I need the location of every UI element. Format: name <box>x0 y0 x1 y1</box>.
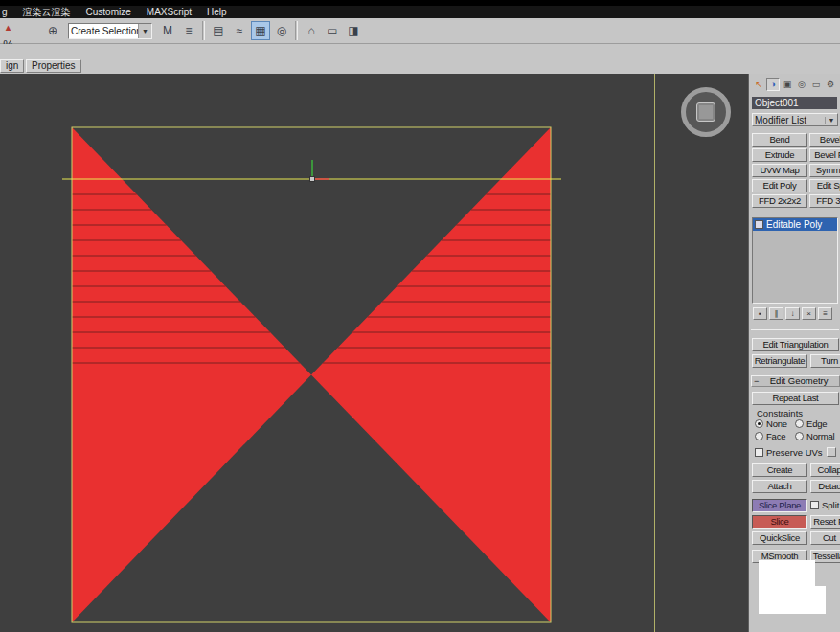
modify-tab-icon[interactable]: ◑ <box>766 78 780 91</box>
slice-button[interactable]: Slice <box>752 515 807 529</box>
combo-dropdown-arrow-icon[interactable]: ▼ <box>138 24 151 38</box>
make-unique-icon[interactable]: ↓ <box>785 307 800 320</box>
cut-button[interactable]: Cut <box>810 531 840 545</box>
radio-dot-icon <box>795 419 804 428</box>
menu-item-partial[interactable]: g <box>2 6 8 18</box>
detach-button[interactable]: Detac <box>810 480 840 493</box>
split-checkbox[interactable]: Split <box>810 499 840 512</box>
attach-button[interactable]: Attach <box>752 480 807 493</box>
constraints-radio-row-1: None Edge <box>755 418 839 429</box>
schematic-view-icon[interactable]: ▦ <box>251 21 270 40</box>
modifier-button-ffd-3x3x3[interactable]: FFD 3x <box>809 194 840 208</box>
dock-strip: ign Properties <box>0 44 840 74</box>
modifier-button-grid: Bend Bevel Extrude Bevel Pr UVW Map Symm… <box>752 133 840 208</box>
modifier-stack-list[interactable]: Editable Poly <box>752 217 838 304</box>
edit-geometry-rollout-header[interactable]: Edit Geometry <box>751 375 840 387</box>
reset-plane-button[interactable]: Reset Pl <box>810 515 840 529</box>
preserve-uvs-checkbox[interactable]: Preserve UVs <box>755 447 823 458</box>
pin-stack-icon[interactable]: ▪ <box>753 307 767 320</box>
menu-item-render-plugin[interactable]: 渲染云渲染 <box>23 6 71 18</box>
utilities-tab-icon[interactable]: ⚙ <box>824 78 837 91</box>
remove-modifier-icon[interactable]: × <box>802 307 816 320</box>
create-tab-icon[interactable]: ↖ <box>752 78 765 91</box>
constraint-radio-none[interactable]: None <box>755 418 795 429</box>
slice-plane-row: Slice Plane Split <box>752 499 840 512</box>
layer-manager-icon[interactable]: ▤ <box>209 21 228 40</box>
quickslice-button[interactable]: QuickSlice <box>752 531 807 545</box>
viewport-split-line <box>654 74 655 632</box>
named-selection-set-value: Create Selection Se <box>69 26 138 36</box>
menu-bar: g 渲染云渲染 Customize MAXScript Help <box>0 6 840 18</box>
menu-item-help[interactable]: Help <box>207 6 227 18</box>
hierarchy-tab-icon[interactable]: ▣ <box>781 78 794 91</box>
view-navigation-wheel[interactable] <box>681 87 731 137</box>
display-tab-icon[interactable]: ▭ <box>809 78 823 91</box>
dock-tab-properties[interactable]: Properties <box>26 59 81 73</box>
attach-detach-row: Attach Detac <box>752 480 840 493</box>
main-toolbar: ⊕ Create Selection Se ▼ M ≡ ▤ ≈ ▦ ◎ ⌂ ▭ … <box>0 18 840 44</box>
edit-triangulation-button[interactable]: Edit Triangulation <box>752 338 839 351</box>
constraint-radio-edge[interactable]: Edge <box>795 418 839 429</box>
snap-toggle-icon[interactable]: ⊕ <box>43 21 62 40</box>
modifier-button-bevel[interactable]: Bevel <box>809 133 840 147</box>
collapse-button[interactable]: Collap <box>810 463 840 477</box>
modifier-button-ffd-2x2x2[interactable]: FFD 2x2x2 <box>752 194 807 208</box>
constraints-group-label: Constraints <box>757 408 803 418</box>
gizmo-center-handle[interactable] <box>310 177 315 182</box>
turn-button[interactable]: Turn <box>810 354 840 368</box>
viewport-scene <box>0 74 748 632</box>
checkbox-icon <box>810 501 819 509</box>
menu-item-maxscript[interactable]: MAXScript <box>147 6 192 18</box>
constraint-radio-face[interactable]: Face <box>755 431 795 441</box>
modifier-list-arrow-icon[interactable]: ▼ <box>825 117 837 124</box>
repeat-last-button[interactable]: Repeat Last <box>752 392 839 405</box>
modifier-button-edit-spline[interactable]: Edit Sp <box>809 179 840 192</box>
nav-wheel-core-icon[interactable] <box>696 102 715 122</box>
triangulation-row: Retriangulate Turn <box>752 354 840 368</box>
rendered-frame-icon[interactable]: ▭ <box>323 21 342 40</box>
modifier-button-extrude[interactable]: Extrude <box>752 148 807 162</box>
modifier-list-label: Modifier List <box>753 115 825 125</box>
object-name-field[interactable]: Object001 <box>752 97 837 109</box>
editable-poly-icon <box>755 220 763 229</box>
motion-tab-icon[interactable]: ◎ <box>795 78 808 91</box>
modifier-button-symmetry[interactable]: Symme <box>809 164 840 177</box>
modifier-button-bevel-profile[interactable]: Bevel Pr <box>809 148 840 162</box>
radio-dot-icon <box>795 432 804 440</box>
create-collapse-row: Create Collap <box>752 463 840 477</box>
stack-item-editable-poly[interactable]: Editable Poly <box>753 218 837 231</box>
show-end-result-icon[interactable]: ∥ <box>769 307 783 320</box>
modifier-list-dropdown[interactable]: Modifier List ▼ <box>752 113 838 126</box>
named-selection-set-combo[interactable]: Create Selection Se ▼ <box>68 23 152 39</box>
constraint-radio-normal[interactable]: Normal <box>795 431 839 441</box>
configure-modifier-sets-icon[interactable]: ≡ <box>818 307 832 320</box>
toolbar-separator <box>295 21 298 40</box>
preserve-uvs-row: Preserve UVs <box>755 447 839 458</box>
menu-item-customize[interactable]: Customize <box>86 6 131 18</box>
red-triangle-right[interactable] <box>311 127 551 622</box>
preserve-uvs-settings-button[interactable] <box>827 447 836 457</box>
toolbar-separator <box>202 21 205 40</box>
render-setup-icon[interactable]: ⌂ <box>302 21 321 40</box>
modifier-button-edit-poly[interactable]: Edit Poly <box>752 179 807 192</box>
viewport[interactable] <box>0 74 748 632</box>
quickslice-cut-row: QuickSlice Cut <box>752 531 840 545</box>
render-icon[interactable]: ◨ <box>344 21 363 40</box>
align-icon[interactable]: ≡ <box>179 21 198 40</box>
radio-dot-icon <box>755 419 763 428</box>
slice-row: Slice Reset Pl <box>752 515 840 529</box>
left-toolbar-icon[interactable]: ▴ <box>1 20 15 34</box>
command-panel-tabs: ↖ ◑ ▣ ◎ ▭ ⚙ <box>752 78 837 91</box>
censor-box <box>759 560 815 587</box>
retriangulate-button[interactable]: Retriangulate <box>752 354 807 368</box>
create-button[interactable]: Create <box>752 463 807 477</box>
slice-plane-button[interactable]: Slice Plane <box>752 499 807 512</box>
modifier-button-uvw-map[interactable]: UVW Map <box>752 164 807 177</box>
dock-tab-align[interactable]: ign <box>0 59 24 73</box>
curve-editor-icon[interactable]: ≈ <box>230 21 249 40</box>
material-editor-icon[interactable]: ◎ <box>272 21 291 40</box>
red-triangle-left[interactable] <box>72 127 311 622</box>
mirror-icon[interactable]: M <box>158 21 177 40</box>
radio-dot-icon <box>755 432 763 440</box>
modifier-button-bend[interactable]: Bend <box>752 133 807 147</box>
